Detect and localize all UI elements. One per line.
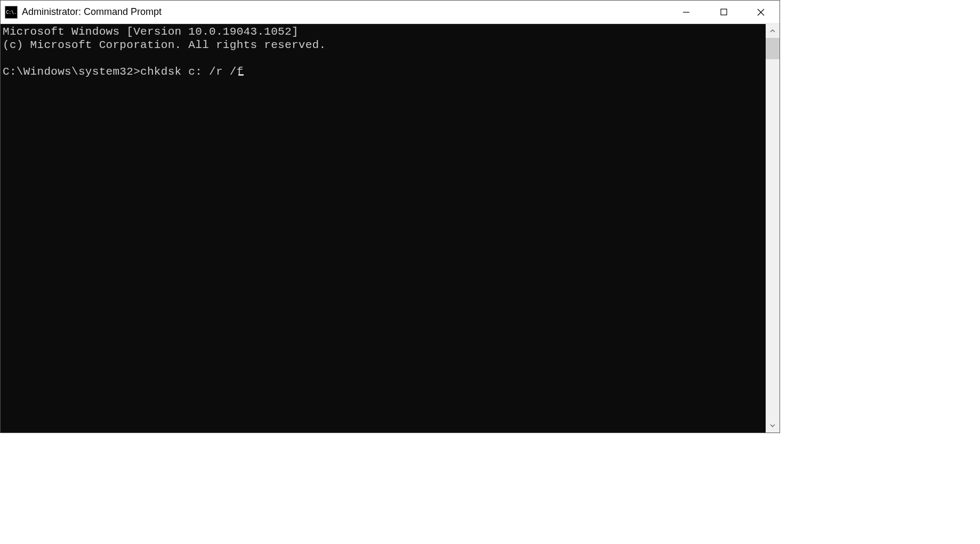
terminal-output[interactable]: Microsoft Windows [Version 10.0.19043.10… bbox=[1, 24, 766, 433]
cmd-icon: C:\. bbox=[5, 6, 18, 19]
maximize-icon bbox=[720, 9, 727, 15]
command-prompt-window: C:\. Administrator: Command Prompt bbox=[0, 0, 780, 433]
version-line: Microsoft Windows [Version 10.0.19043.10… bbox=[3, 26, 299, 38]
minimize-button[interactable] bbox=[668, 1, 705, 23]
chevron-down-icon bbox=[770, 424, 775, 427]
minimize-icon bbox=[682, 9, 690, 16]
command-text: chkdsk c: /r /f bbox=[140, 66, 244, 78]
chevron-up-icon bbox=[770, 29, 775, 33]
vertical-scrollbar[interactable] bbox=[766, 24, 780, 433]
titlebar[interactable]: C:\. Administrator: Command Prompt bbox=[1, 1, 780, 24]
scroll-up-button[interactable] bbox=[766, 24, 780, 38]
maximize-button[interactable] bbox=[705, 1, 742, 23]
close-icon bbox=[757, 9, 765, 16]
prompt-text: C:\Windows\system32> bbox=[3, 66, 140, 78]
copyright-line: (c) Microsoft Corporation. All rights re… bbox=[3, 39, 326, 51]
close-button[interactable] bbox=[742, 1, 780, 23]
scroll-down-button[interactable] bbox=[766, 419, 780, 433]
cursor bbox=[238, 74, 244, 76]
svg-rect-1 bbox=[721, 9, 727, 15]
scroll-track[interactable] bbox=[766, 38, 780, 419]
titlebar-left: C:\. Administrator: Command Prompt bbox=[1, 6, 162, 19]
window-controls bbox=[668, 1, 780, 23]
window-title: Administrator: Command Prompt bbox=[22, 6, 162, 18]
content-area: Microsoft Windows [Version 10.0.19043.10… bbox=[1, 24, 780, 433]
scroll-thumb[interactable] bbox=[766, 38, 780, 59]
